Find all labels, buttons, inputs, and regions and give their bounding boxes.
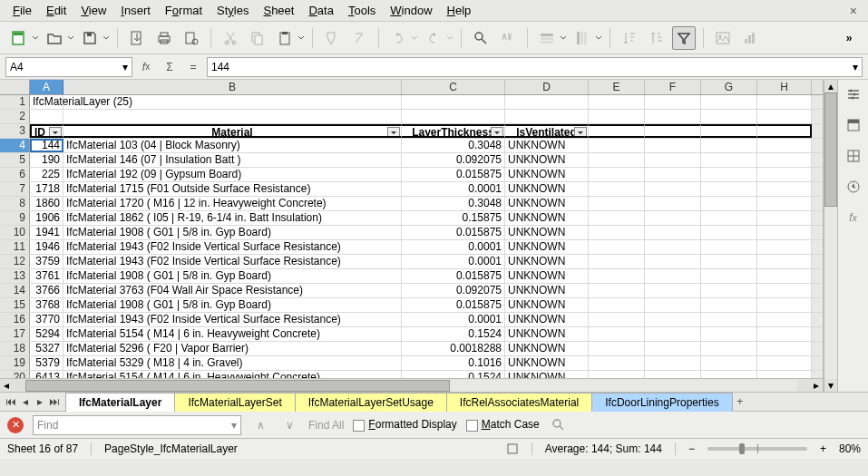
header-cell[interactable]: LayerThickness bbox=[402, 124, 505, 138]
column-header-F[interactable]: F bbox=[645, 80, 701, 94]
cell[interactable] bbox=[645, 284, 701, 297]
column-icon[interactable] bbox=[571, 26, 594, 50]
new-doc-icon[interactable] bbox=[7, 26, 31, 50]
cell[interactable]: 1941 bbox=[30, 226, 63, 239]
find-replace-icon[interactable] bbox=[469, 26, 493, 50]
cell[interactable] bbox=[589, 182, 645, 196]
menu-insert[interactable]: Insert bbox=[113, 1, 158, 20]
cell[interactable]: IfcMaterial 192 (09 | Gypsum Board) bbox=[63, 168, 402, 181]
cell[interactable] bbox=[757, 284, 812, 297]
column-header-G[interactable]: G bbox=[701, 80, 757, 94]
cell[interactable]: 0.0001 bbox=[402, 182, 505, 196]
redo-dropdown[interactable] bbox=[446, 34, 454, 42]
functions-icon[interactable]: fx bbox=[843, 207, 864, 228]
column-header-H[interactable]: H bbox=[757, 80, 812, 94]
column-header-C[interactable]: C bbox=[402, 80, 505, 94]
cell[interactable] bbox=[645, 110, 701, 123]
cut-icon[interactable] bbox=[219, 26, 242, 50]
cell[interactable] bbox=[589, 327, 645, 341]
chevron-down-icon[interactable]: ▾ bbox=[231, 419, 237, 432]
cell-a1[interactable]: IfcMaterialLayer (25) bbox=[30, 95, 63, 109]
cell[interactable] bbox=[757, 95, 812, 109]
cell[interactable] bbox=[757, 182, 812, 196]
cell[interactable] bbox=[757, 197, 812, 210]
row-header-1[interactable]: 1 bbox=[0, 95, 30, 109]
tab-first-icon[interactable]: ⏮ bbox=[4, 393, 18, 410]
match-case-checkbox[interactable]: Match Case bbox=[466, 418, 540, 431]
row-header-5[interactable]: 5 bbox=[0, 153, 30, 167]
export-pdf-icon[interactable] bbox=[125, 26, 149, 50]
cell[interactable]: 0.1524 bbox=[402, 327, 505, 341]
cell[interactable]: 0.015875 bbox=[402, 226, 505, 239]
cell[interactable]: 3759 bbox=[30, 255, 63, 268]
close-icon[interactable]: × bbox=[844, 4, 863, 18]
cell[interactable]: 3766 bbox=[30, 284, 63, 297]
cell[interactable]: 0.3048 bbox=[402, 197, 505, 210]
cell[interactable] bbox=[701, 298, 757, 312]
vscroll-thumb[interactable] bbox=[824, 92, 837, 207]
vertical-scrollbar[interactable]: ▴ ▾ bbox=[824, 80, 837, 392]
cell[interactable]: 1718 bbox=[30, 182, 63, 196]
cell[interactable] bbox=[645, 356, 701, 370]
cell[interactable]: UNKNOWN bbox=[505, 153, 589, 167]
clone-format-icon[interactable] bbox=[320, 26, 344, 50]
cell[interactable] bbox=[645, 197, 701, 210]
cell[interactable]: UNKNOWN bbox=[505, 298, 589, 312]
column-header-B[interactable]: B bbox=[63, 80, 402, 94]
cell-reference-input[interactable]: A4 ▾ bbox=[5, 57, 132, 77]
cell[interactable] bbox=[63, 110, 402, 123]
cell[interactable]: 0.0018288 bbox=[402, 342, 505, 355]
cell[interactable] bbox=[645, 240, 701, 254]
cell[interactable]: IfcMaterial 3763 (F04 Wall Air Space Res… bbox=[63, 284, 402, 297]
cell[interactable] bbox=[589, 197, 645, 210]
cell[interactable] bbox=[757, 153, 812, 167]
hscroll-thumb[interactable] bbox=[25, 380, 450, 392]
undo-dropdown[interactable] bbox=[411, 34, 418, 42]
cell[interactable]: IfcMaterial 1862 ( I05 | R-19, 6-1/4 in.… bbox=[63, 211, 402, 225]
cell[interactable] bbox=[701, 269, 757, 283]
row-header-9[interactable]: 9 bbox=[0, 211, 30, 225]
cell[interactable]: 0.1524 bbox=[402, 371, 505, 378]
scroll-down-icon[interactable]: ▾ bbox=[824, 379, 837, 392]
image-icon[interactable] bbox=[711, 26, 735, 50]
find-next-icon[interactable]: ∨ bbox=[279, 415, 299, 435]
cell[interactable] bbox=[701, 95, 757, 109]
cell[interactable] bbox=[757, 139, 812, 152]
menu-window[interactable]: Window bbox=[383, 1, 439, 20]
menu-format[interactable]: Format bbox=[158, 1, 210, 20]
cell[interactable]: 0.015875 bbox=[402, 269, 505, 283]
filter-dropdown-icon[interactable] bbox=[574, 127, 587, 138]
cell[interactable] bbox=[645, 298, 701, 312]
cell[interactable] bbox=[645, 313, 701, 326]
paste-icon[interactable] bbox=[273, 26, 297, 50]
chart-icon[interactable] bbox=[738, 26, 762, 50]
cell[interactable] bbox=[589, 356, 645, 370]
row-header-20[interactable]: 20 bbox=[0, 371, 30, 378]
cell[interactable]: UNKNOWN bbox=[505, 182, 589, 196]
cell[interactable]: UNKNOWN bbox=[505, 211, 589, 225]
redo-icon[interactable] bbox=[422, 26, 445, 50]
row-header-11[interactable]: 11 bbox=[0, 240, 30, 254]
cell[interactable] bbox=[701, 313, 757, 326]
row-header-7[interactable]: 7 bbox=[0, 182, 30, 196]
cell[interactable]: 3770 bbox=[30, 313, 63, 326]
cell[interactable]: 3768 bbox=[30, 298, 63, 312]
cell[interactable]: IfcMaterial 5296 ( F20 | Vapor Barrier) bbox=[63, 342, 402, 355]
cell[interactable] bbox=[701, 153, 757, 167]
cell[interactable] bbox=[701, 240, 757, 254]
column-dropdown[interactable] bbox=[595, 34, 602, 42]
cell[interactable]: IfcMaterial 1943 (F02 Inside Vertical Su… bbox=[63, 255, 402, 268]
menu-styles[interactable]: Styles bbox=[210, 1, 256, 20]
cell[interactable]: 0.1016 bbox=[402, 356, 505, 370]
cell[interactable] bbox=[701, 342, 757, 355]
header-cell[interactable] bbox=[701, 124, 757, 138]
cell[interactable]: IfcMaterial 5154 ( M14 | 6 in. Heavyweig… bbox=[63, 327, 402, 341]
menu-edit[interactable]: Edit bbox=[39, 1, 73, 20]
menu-tools[interactable]: Tools bbox=[341, 1, 383, 20]
open-dropdown[interactable] bbox=[67, 34, 74, 42]
cell[interactable] bbox=[589, 371, 645, 378]
cell[interactable] bbox=[645, 269, 701, 283]
row-header-3[interactable]: 3 bbox=[0, 124, 30, 138]
column-header-A[interactable]: A bbox=[30, 80, 63, 94]
open-icon[interactable] bbox=[43, 26, 66, 50]
